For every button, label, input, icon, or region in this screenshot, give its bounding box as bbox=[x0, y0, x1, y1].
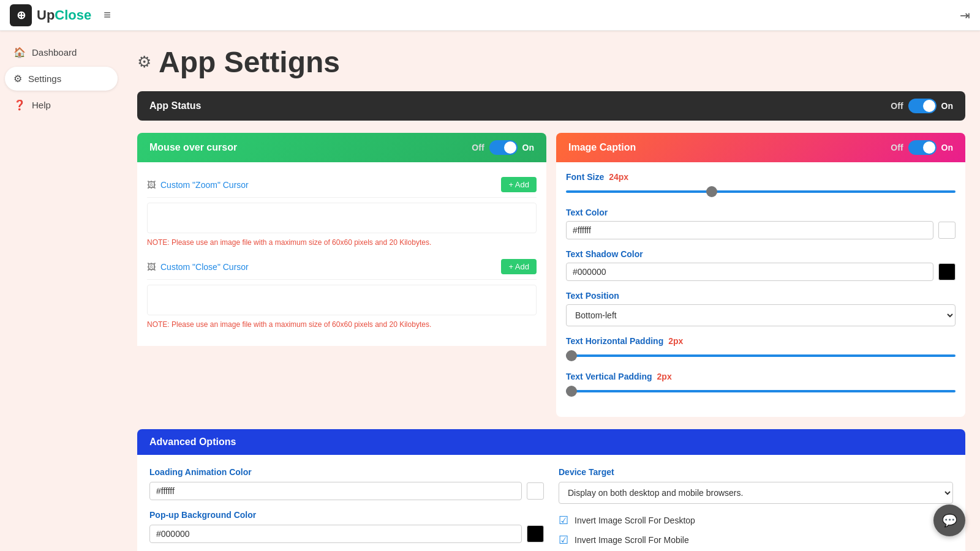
zoom-cursor-text: Custom "Zoom" Cursor bbox=[160, 180, 249, 190]
v-padding-thumb[interactable] bbox=[566, 386, 577, 397]
font-size-track bbox=[566, 190, 956, 193]
loading-color-input[interactable] bbox=[149, 482, 522, 500]
h-padding-track bbox=[566, 354, 956, 357]
text-shadow-label: Text Shadow Color bbox=[566, 249, 956, 259]
h-padding-thumb[interactable] bbox=[566, 350, 577, 361]
dashboard-icon: 🏠 bbox=[13, 47, 26, 58]
font-size-thumb[interactable] bbox=[706, 186, 717, 197]
sidebar-label-dashboard: Dashboard bbox=[32, 47, 77, 58]
text-position-label: Text Position bbox=[566, 291, 956, 301]
mouse-cursor-off-label: Off bbox=[472, 143, 484, 152]
sidebar-item-dashboard[interactable]: 🏠 Dashboard bbox=[5, 40, 118, 64]
exit-icon[interactable]: ⇥ bbox=[960, 9, 970, 22]
page-title-row: ⚙ App Settigns bbox=[137, 45, 965, 79]
text-color-input-row bbox=[566, 221, 956, 239]
invert-mobile-label: Invert Image Scroll For Mobile bbox=[575, 535, 689, 545]
close-add-button[interactable]: + Add bbox=[501, 259, 537, 274]
close-img-icon: 🖼 bbox=[147, 262, 156, 272]
advanced-title: Advanced Options bbox=[149, 437, 236, 448]
invert-desktop-checkbox[interactable]: ☑ bbox=[559, 514, 568, 527]
cursor-section: 🖼 Custom "Zoom" Cursor + Add NOTE: Pleas… bbox=[137, 162, 546, 346]
image-caption-toggle-group: Off On bbox=[891, 140, 953, 155]
text-position-select[interactable]: Bottom-left Bottom-right Top-left Top-ri… bbox=[566, 304, 956, 326]
image-caption-toggle[interactable] bbox=[908, 140, 937, 155]
app-status-off-label: Off bbox=[891, 101, 903, 111]
loading-color-row: Loading Animation Color bbox=[149, 467, 544, 500]
image-caption-off-label: Off bbox=[891, 143, 903, 152]
text-color-row: Text Color bbox=[566, 208, 956, 239]
image-caption-title: Image Caption bbox=[568, 142, 636, 153]
caption-panel-body: Font Size 24px Text Color bbox=[556, 162, 965, 417]
text-color-swatch[interactable] bbox=[938, 222, 956, 239]
sidebar-item-help[interactable]: ❓ Help bbox=[5, 93, 118, 117]
text-shadow-input[interactable] bbox=[566, 263, 933, 281]
app-status-title: App Status bbox=[149, 100, 201, 111]
loading-color-swatch[interactable] bbox=[527, 482, 544, 500]
hamburger-icon[interactable]: ≡ bbox=[104, 8, 111, 22]
main-two-col: Mouse over cursor Off On 🖼 Custom "Zoom"… bbox=[137, 133, 965, 429]
text-position-row: Text Position Bottom-left Bottom-right T… bbox=[566, 291, 956, 326]
mouse-cursor-toggle-group: Off On bbox=[472, 140, 534, 155]
font-size-label-row: Font Size 24px bbox=[566, 172, 956, 182]
mouse-cursor-header: Mouse over cursor Off On bbox=[137, 133, 546, 162]
topnav: ⊕ UpClose ≡ ⇥ bbox=[0, 0, 980, 31]
v-padding-label-row: Text Vertical Padding 2px bbox=[566, 372, 956, 381]
h-padding-row: Text Horizontal Padding 2px bbox=[566, 336, 956, 362]
zoom-add-button[interactable]: + Add bbox=[501, 177, 537, 192]
close-upload-area[interactable] bbox=[147, 285, 537, 315]
advanced-two-col: Loading Animation Color Pop-up Backgroun… bbox=[149, 467, 953, 551]
sidebar-item-settings[interactable]: ⚙ Settings bbox=[5, 67, 118, 91]
popup-bg-swatch[interactable] bbox=[527, 525, 544, 542]
mouse-cursor-toggle[interactable] bbox=[489, 140, 518, 155]
logo-text: UpClose bbox=[37, 7, 91, 23]
topnav-right: ⇥ bbox=[960, 8, 970, 23]
h-padding-slider-wrapper bbox=[566, 350, 956, 362]
popup-bg-row: Pop-up Background Color bbox=[149, 510, 544, 543]
chat-bubble[interactable]: 💬 bbox=[933, 504, 965, 536]
advanced-left-col: Loading Animation Color Pop-up Backgroun… bbox=[149, 467, 544, 551]
text-shadow-row: Text Shadow Color bbox=[566, 249, 956, 281]
invert-mobile-checkbox[interactable]: ☑ bbox=[559, 533, 568, 547]
v-padding-row: Text Vertical Padding 2px bbox=[566, 372, 956, 397]
advanced-right-col: Device Target Display on both desktop an… bbox=[559, 467, 953, 551]
sidebar-label-help: Help bbox=[32, 100, 51, 110]
page-gear-icon: ⚙ bbox=[137, 53, 151, 72]
logo-symbol: ⊕ bbox=[17, 9, 26, 22]
popup-bg-input[interactable] bbox=[149, 525, 522, 543]
chat-icon: 💬 bbox=[942, 513, 957, 528]
mouse-cursor-title: Mouse over cursor bbox=[149, 142, 237, 153]
loading-color-input-row bbox=[149, 482, 544, 500]
mouse-cursor-on-label: On bbox=[522, 143, 534, 152]
h-padding-value: 2px bbox=[668, 336, 683, 346]
image-caption-header: Image Caption Off On bbox=[556, 133, 965, 162]
zoom-upload-area[interactable] bbox=[147, 203, 537, 233]
sidebar: 🏠 Dashboard ⚙ Settings ❓ Help bbox=[0, 31, 123, 551]
invert-desktop-label: Invert Image Scroll For Desktop bbox=[575, 515, 695, 525]
text-shadow-swatch[interactable] bbox=[938, 263, 956, 280]
text-color-label: Text Color bbox=[566, 208, 956, 217]
page-title: App Settigns bbox=[159, 45, 340, 79]
settings-icon: ⚙ bbox=[13, 73, 22, 84]
app-status-toggle[interactable] bbox=[908, 99, 937, 113]
popup-bg-label: Pop-up Background Color bbox=[149, 510, 544, 520]
image-caption-on-label: On bbox=[941, 143, 953, 152]
invert-desktop-row: ☑ Invert Image Scroll For Desktop bbox=[559, 514, 953, 527]
text-shadow-input-row bbox=[566, 263, 956, 281]
invert-mobile-row: ☑ Invert Image Scroll For Mobile bbox=[559, 533, 953, 547]
device-target-label: Device Target bbox=[559, 467, 953, 477]
main-content: ⚙ App Settigns App Status Off On Mouse o… bbox=[123, 31, 980, 551]
close-cursor-label: 🖼 Custom "Close" Cursor bbox=[147, 262, 249, 272]
help-icon: ❓ bbox=[13, 99, 26, 111]
device-target-select[interactable]: Display on both desktop and mobile brows… bbox=[559, 482, 953, 504]
v-padding-slider-wrapper bbox=[566, 385, 956, 397]
text-color-input[interactable] bbox=[566, 221, 933, 239]
app-status-panel: App Status Off On bbox=[137, 91, 965, 121]
h-padding-label-row: Text Horizontal Padding 2px bbox=[566, 336, 956, 346]
popup-bg-input-row bbox=[149, 525, 544, 543]
zoom-cursor-row: 🖼 Custom "Zoom" Cursor + Add bbox=[147, 172, 537, 198]
zoom-note: NOTE: Please use an image file with a ma… bbox=[147, 238, 537, 247]
zoom-img-icon: 🖼 bbox=[147, 180, 156, 190]
app-status-on-label: On bbox=[941, 101, 953, 111]
zoom-cursor-label: 🖼 Custom "Zoom" Cursor bbox=[147, 180, 249, 190]
image-caption-panel: Image Caption Off On Font Size 24px bbox=[556, 133, 965, 417]
